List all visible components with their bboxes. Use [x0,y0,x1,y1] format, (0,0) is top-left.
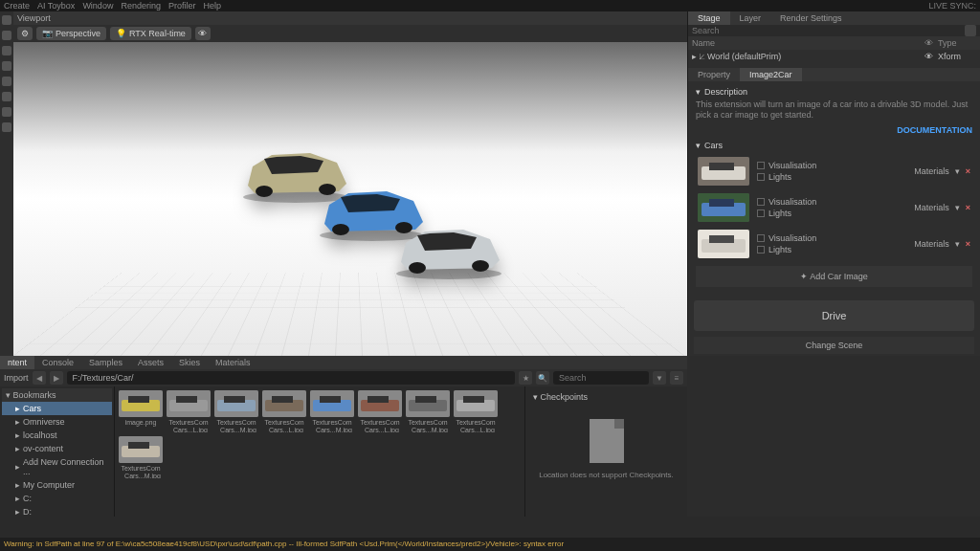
path-input[interactable]: F:/Textures/Car/ [67,371,515,385]
file-thumbnail[interactable]: image.png [119,390,163,432]
car-thumbnail[interactable] [698,157,749,186]
svg-rect-32 [320,396,341,403]
delete-button[interactable]: × [966,166,970,176]
tab-image2car[interactable]: Image2Car [740,68,802,81]
svg-point-7 [409,262,426,274]
menu-item[interactable]: Help [203,1,221,11]
camera-icon: 📷 [42,29,53,38]
tool-icon[interactable] [2,107,11,117]
file-thumbnail[interactable]: TexturesCom _Cars...M.jpg [406,390,450,432]
lights-checkbox[interactable] [757,173,765,181]
car-thumbnail[interactable] [698,230,749,258]
car-thumbnail[interactable] [698,193,749,222]
svg-rect-17 [709,235,734,243]
tab-samples[interactable]: Samples [81,356,130,369]
tool-icon[interactable] [2,77,11,86]
tab-property[interactable]: Property [688,68,740,81]
tab-content[interactable]: ntent [0,356,34,369]
description-section[interactable]: ▾Description [696,87,972,97]
svg-point-8 [472,260,489,272]
document-icon [590,419,624,463]
menu-item[interactable]: Window [82,1,113,11]
bookmark-item[interactable]: ▸ Cars [2,402,112,415]
eye-icon[interactable]: 👁 [195,27,211,40]
browser-search-input[interactable] [553,371,649,385]
change-scene-button[interactable]: Change Scene [694,337,974,354]
cars-section[interactable]: ▾Cars [696,141,972,150]
tab-console[interactable]: Console [34,356,81,369]
tab-render-settings[interactable]: Render Settings [770,11,852,25]
tab-layer[interactable]: Layer [730,11,771,25]
tool-icon[interactable] [2,61,11,71]
bookmark-icon[interactable]: ★ [519,371,532,385]
tool-icon[interactable] [2,122,11,132]
viewport-toolbar: ⚙ 📷 Perspective 💡 RTX Real-time 👁 [13,25,687,42]
visualisation-checkbox[interactable] [757,234,765,242]
materials-dropdown[interactable]: Materials [914,239,949,249]
bookmark-item[interactable]: ▸ Omniverse [2,415,112,429]
bookmark-item[interactable]: ▸ My Computer [2,478,112,492]
bookmark-item[interactable]: ▸ D: [2,505,112,517]
file-thumbnail[interactable]: TexturesCom _Cars...L.jpg [358,390,402,432]
list-view-icon[interactable]: ≡ [670,371,683,385]
file-thumbnail[interactable]: TexturesCom _Cars...M.jpg [119,436,163,478]
lightbulb-icon: 💡 [116,29,126,38]
property-tabs: Property Image2Car [688,68,980,81]
add-car-image-button[interactable]: ✦ Add Car Image [696,266,972,287]
camera-dropdown[interactable]: 📷 Perspective [36,27,106,40]
file-thumbnail[interactable]: TexturesCom _Cars...L.jpg [454,390,498,432]
lights-checkbox[interactable] [757,246,765,253]
delete-button[interactable]: × [966,203,970,212]
tool-icon[interactable] [2,31,11,40]
tool-icon[interactable] [2,92,11,101]
filter-icon[interactable]: ▼ [653,371,666,385]
file-thumbnail[interactable]: TexturesCom _Cars...M.jpg [310,390,354,432]
delete-button[interactable]: × [966,239,970,249]
svg-rect-41 [463,396,484,403]
live-sync-label: LIVE SYNC: [928,1,976,11]
tab-materials[interactable]: Materials [208,356,258,369]
visualisation-checkbox[interactable] [757,198,765,206]
gear-icon[interactable]: ⚙ [17,27,33,40]
nav-back-icon[interactable]: ◀ [33,371,46,385]
tool-icon[interactable] [2,15,11,25]
drive-button[interactable]: Drive [694,300,974,331]
bookmark-item[interactable]: ▸ C: [2,492,112,505]
stage-row[interactable]: ▸ ⟀ World (defaultPrim) 👁 Xform [688,50,980,63]
top-menu-bar: Create AI Toybox Window Rendering Profil… [0,0,980,11]
menu-item[interactable]: Create [4,1,30,11]
stage-search-input[interactable] [692,26,965,35]
tab-stage[interactable]: Stage [688,11,730,25]
search-icon[interactable]: 🔍 [536,371,549,385]
visibility-icon[interactable]: 👁 [924,52,938,61]
documentation-link[interactable]: DOCUMENTATION [696,125,972,135]
materials-dropdown[interactable]: Materials [914,203,949,212]
materials-dropdown[interactable]: Materials [914,166,949,176]
tool-icon[interactable] [2,46,11,55]
viewport-3d[interactable] [13,42,687,356]
menu-item[interactable]: Profiler [168,1,196,11]
lights-label: Lights [768,245,791,254]
prim-name: World (defaultPrim) [707,52,924,61]
filter-icon[interactable] [965,25,976,36]
menu-item[interactable]: AI Toybox [37,1,75,11]
nav-forward-icon[interactable]: ▶ [50,371,63,385]
tab-skies[interactable]: Skies [171,356,208,369]
bookmark-item[interactable]: ▸ ov-content [2,442,112,455]
bookmark-item[interactable]: ▸ localhost [2,429,112,442]
bookmark-item[interactable]: ▸ Add New Connection ... [2,455,112,478]
renderer-dropdown[interactable]: 💡 RTX Real-time [110,27,191,40]
camera-label: Perspective [56,29,100,38]
lights-checkbox[interactable] [757,209,765,217]
expand-icon[interactable]: ▸ [692,52,697,61]
car-entry: Visualisation Lights Materials▾× [696,226,972,262]
tab-assets[interactable]: Assets [130,356,171,369]
menu-item[interactable]: Rendering [121,1,161,11]
chevron-down-icon: ▾ [955,203,960,212]
import-button[interactable]: Import [4,373,29,383]
file-thumbnail[interactable]: TexturesCom _Cars...L.jpg [262,390,306,432]
file-thumbnail[interactable]: TexturesCom _Cars...M.jpg [214,390,258,432]
bookmarks-panel: ▾ Bookmarks ▸ Cars▸ Omniverse▸ localhost… [0,386,115,517]
file-thumbnail[interactable]: TexturesCom _Cars...L.jpg [167,390,211,432]
visualisation-checkbox[interactable] [757,162,765,169]
